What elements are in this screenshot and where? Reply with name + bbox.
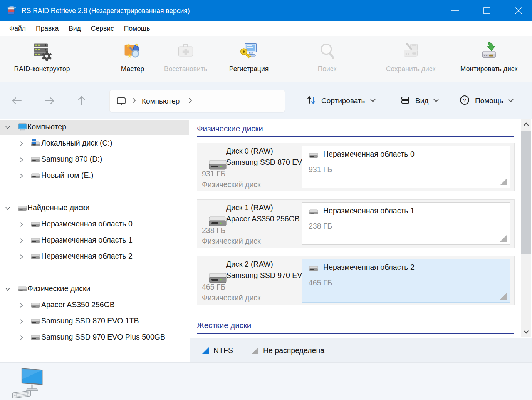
search-icon — [317, 41, 337, 61]
chevron-right-icon[interactable] — [19, 222, 24, 227]
svg-text:★: ★ — [135, 42, 139, 47]
ntfs-swatch-icon — [202, 347, 209, 354]
tree-item-computer[interactable]: Компьютер — [0, 120, 189, 135]
chevron-right-icon[interactable] — [19, 173, 24, 179]
drive-icon — [30, 220, 40, 229]
drive-icon — [30, 236, 40, 245]
toolbar-label: Сохранить диск — [386, 65, 435, 73]
chevron-right-icon[interactable] — [19, 254, 24, 259]
resize-grip-icon[interactable] — [500, 235, 507, 242]
tree-item-samsung-870-d[interactable]: Samsung 870 (D:) — [0, 152, 189, 167]
sort-dropdown[interactable]: Сортировать — [306, 92, 376, 110]
partition-size: 931 ГБ — [309, 165, 332, 174]
tree-item-label: Неразмеченная область 2 — [41, 252, 133, 261]
menu-view[interactable]: Вид — [64, 23, 86, 34]
toolbar-recover-button[interactable]: Восстановить — [164, 41, 207, 73]
vertical-scrollbar[interactable] — [521, 119, 531, 337]
tree-item-unallocated-0[interactable]: Неразмеченная область 0 — [0, 217, 189, 232]
tree-item-found-disks[interactable]: Найденные диски — [0, 201, 189, 216]
toolbar-registration-button[interactable]: Регистрация — [229, 41, 269, 73]
toolbar-raid-constructor-button[interactable]: RAID-конструктор — [14, 41, 70, 73]
disk-model: Apacer AS350 256GB — [226, 214, 302, 223]
chevron-right-icon[interactable] — [19, 335, 24, 340]
close-button[interactable] — [511, 3, 526, 18]
svg-text:★: ★ — [126, 42, 131, 48]
partition-name: Неразмеченная область 2 — [323, 263, 415, 272]
section-title-hard-disks: Жесткие диски — [197, 321, 251, 330]
status-bar — [0, 362, 532, 400]
computer-icon — [17, 123, 27, 132]
partition-panel-2[interactable]: Неразмеченная область 2 465 ГБ — [302, 259, 510, 303]
section-rule — [197, 136, 514, 137]
toolbar-label: Поиск — [317, 65, 337, 73]
main-toolbar: RAID-конструктор ★ ★ ★ Мастер — [0, 36, 532, 83]
chevron-down-icon[interactable] — [5, 286, 10, 292]
chevron-down-icon[interactable] — [5, 125, 10, 130]
chevron-right-icon[interactable] — [19, 141, 24, 146]
tree-item-new-volume-e[interactable]: Новый том (E:) — [0, 168, 189, 184]
view-dropdown[interactable]: Вид — [400, 92, 439, 110]
tree-item-samsung-ssd-870[interactable]: Samsung SSD 870 EVO 1TB — [0, 314, 189, 329]
partition-panel-1[interactable]: Неразмеченная область 1 238 ГБ — [302, 202, 510, 245]
chevron-right-icon[interactable] — [19, 157, 24, 162]
desktop-computer-icon — [11, 366, 44, 397]
scroll-down-button[interactable] — [521, 326, 531, 337]
disk-kind: Физический диск — [202, 293, 261, 302]
tree-item-label: Компьютер — [27, 122, 66, 131]
section-rule — [197, 333, 514, 334]
drive-icon — [30, 333, 40, 342]
svg-text:★: ★ — [128, 53, 132, 59]
help-label: Помощь — [475, 97, 503, 105]
toolbar-search-button[interactable]: Поиск — [317, 41, 337, 73]
tree-item-label: Неразмеченная область 1 — [41, 236, 133, 244]
tree-item-unallocated-2[interactable]: Неразмеченная область 2 — [0, 249, 189, 264]
toolbar-label: Восстановить — [164, 65, 207, 73]
disk-card-0[interactable]: Диск 0 (RAW) Samsung SSD 870 EVO 1TB 931… — [197, 143, 515, 191]
save-disk-icon — [401, 41, 421, 61]
resize-grip-icon[interactable] — [500, 178, 507, 185]
toolbar-label: Монтировать диск — [460, 65, 517, 73]
minimize-button[interactable] — [448, 3, 463, 18]
up-button[interactable] — [73, 92, 90, 109]
disk-model: Samsung SSD 970 EVO Plus 500GB — [226, 271, 302, 280]
scroll-up-button[interactable] — [521, 119, 531, 130]
breadcrumb-root[interactable]: Компьютер — [142, 97, 180, 105]
tree-item-samsung-ssd-970[interactable]: Samsung SSD 970 EVO Plus 500GB — [0, 330, 189, 345]
partition-size: 238 ГБ — [309, 222, 332, 231]
tree-item-physical-disks[interactable]: Физические диски — [0, 281, 189, 297]
menu-edit[interactable]: Правка — [31, 23, 64, 34]
tree-item-local-disk-c[interactable]: Локальный диск (C:) — [0, 136, 189, 151]
maximize-button[interactable] — [479, 3, 495, 18]
registration-icon — [239, 41, 259, 61]
disk-size: 465 ГБ — [202, 283, 225, 291]
scrollbar-thumb[interactable] — [521, 131, 531, 254]
drive-icon — [17, 285, 27, 294]
resize-grip-icon[interactable] — [500, 293, 507, 300]
forward-button[interactable] — [41, 92, 58, 109]
menu-service[interactable]: Сервис — [86, 23, 119, 34]
toolbar-save-disk-button[interactable]: Сохранить диск — [386, 41, 435, 73]
back-button[interactable] — [8, 92, 25, 109]
tree-item-label: Неразмеченная область 0 — [41, 219, 133, 228]
chevron-right-icon — [132, 97, 136, 105]
chevron-right-icon[interactable] — [19, 238, 24, 243]
chevron-right-icon[interactable] — [19, 319, 24, 324]
tree-item-apacer-as350[interactable]: Apacer AS350 256GB — [0, 298, 189, 313]
toolbar-mount-disk-button[interactable]: Монтировать диск — [460, 41, 517, 73]
breadcrumb[interactable]: Компьютер — [109, 90, 285, 112]
computer-icon — [116, 96, 126, 106]
chevron-down-icon[interactable] — [5, 206, 10, 211]
menu-help[interactable]: Помощь — [119, 23, 155, 34]
legend-label: NTFS — [213, 346, 233, 355]
filesystem-legend: NTFS Не распределена — [190, 338, 532, 362]
disk-card-1[interactable]: Диск 1 (RAW) Apacer AS350 256GB 238 ГБ Ф… — [197, 199, 515, 248]
tree-item-unallocated-1[interactable]: Неразмеченная область 1 — [0, 233, 189, 248]
drive-icon — [30, 317, 40, 326]
toolbar-wizard-button[interactable]: ★ ★ ★ Мастер — [121, 41, 144, 73]
help-dropdown[interactable]: ? Помощь — [459, 92, 514, 110]
disk-card-2[interactable]: Диск 2 (RAW) Samsung SSD 970 EVO Plus 50… — [197, 256, 515, 305]
menu-file[interactable]: Файл — [4, 23, 31, 34]
chevron-right-icon[interactable] — [19, 303, 24, 308]
legend-label: Не распределена — [263, 346, 324, 355]
partition-panel-0[interactable]: Неразмеченная область 0 931 ГБ — [302, 146, 510, 188]
